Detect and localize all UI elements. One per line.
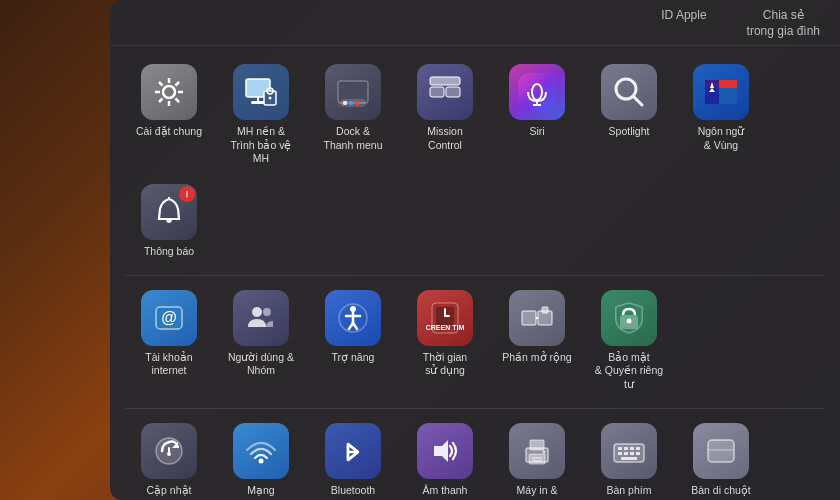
svg-rect-22 <box>430 77 460 85</box>
svg-rect-73 <box>618 447 622 450</box>
item-mission[interactable]: MissionControl <box>401 56 489 172</box>
notification-badge: ! <box>179 186 195 202</box>
svg-rect-82 <box>708 440 734 462</box>
svg-rect-79 <box>630 452 634 455</box>
update-icon <box>141 423 197 479</box>
section-3: Cập nhậtphần mềm Mạng <box>125 415 825 497</box>
svg-rect-21 <box>446 87 460 97</box>
security-label: Bảo mật& Quyền riêng tư <box>589 351 669 392</box>
accessibility-label: Trợ năng <box>332 351 375 365</box>
item-bluetooth[interactable]: Bluetooth <box>309 415 397 497</box>
siri-icon <box>509 64 565 120</box>
svg-line-8 <box>159 99 163 103</box>
internet-icon: @ <box>141 290 197 346</box>
svg-line-7 <box>176 82 180 86</box>
extensions-label: Phần mở rộng <box>502 351 571 365</box>
general-label: Cài đặt chung <box>136 125 202 139</box>
item-users[interactable]: Người dùng &Nhóm <box>217 282 305 398</box>
spotlight-icon <box>601 64 657 120</box>
keyboard-label: Bàn phím <box>607 484 652 497</box>
grid-2: @ Tài khoảninternet N <box>125 282 825 398</box>
svg-rect-18 <box>349 101 353 105</box>
item-notification[interactable]: ! Thông báo <box>125 176 213 265</box>
settings-content: Cài đặt chung MH nền &Trì <box>110 46 840 496</box>
svg-rect-81 <box>621 457 637 460</box>
svg-rect-75 <box>630 447 634 450</box>
language-label: Ngôn ngữ& Vùng <box>698 125 745 152</box>
display-lock-icon <box>233 64 289 120</box>
svg-line-28 <box>633 96 642 105</box>
divider-2 <box>125 408 825 409</box>
general-icon <box>141 64 197 120</box>
svg-rect-78 <box>624 452 628 455</box>
svg-rect-20 <box>430 87 444 97</box>
svg-point-60 <box>259 458 264 463</box>
security-icon <box>601 290 657 346</box>
network-label: Mạng <box>247 484 274 497</box>
divider-1 <box>125 275 825 276</box>
svg-text:SCREEN TIME: SCREEN TIME <box>426 324 464 331</box>
item-internet[interactable]: @ Tài khoảninternet <box>125 282 213 398</box>
siri-label: Siri <box>529 125 544 139</box>
sound-icon <box>417 423 473 479</box>
display-lock-label: MH nền &Trình bảo vệ MH <box>221 125 301 166</box>
item-keyboard[interactable]: Bàn phím <box>585 415 673 497</box>
item-sound[interactable]: Âm thanh <box>401 415 489 497</box>
item-security[interactable]: Bảo mật& Quyền riêng tư <box>585 282 673 398</box>
svg-rect-74 <box>624 447 628 450</box>
sound-label: Âm thanh <box>423 484 468 497</box>
dock-label: Dock &Thanh menu <box>324 125 383 152</box>
language-icon <box>693 64 749 120</box>
item-screentime[interactable]: SCREEN TIME Thời giansử dụng <box>401 282 489 398</box>
trackpad-label: Bàn di chuột <box>691 484 751 497</box>
accessibility-icon <box>325 290 381 346</box>
item-trackpad[interactable]: Bàn di chuột <box>677 415 765 497</box>
svg-line-6 <box>176 99 180 103</box>
item-printer[interactable]: Máy in &Máy quét <box>493 415 581 497</box>
grid-1: Cài đặt chung MH nền &Trì <box>125 56 825 265</box>
item-update[interactable]: Cập nhậtphần mềm <box>125 415 213 497</box>
internet-label: Tài khoảninternet <box>145 351 192 378</box>
notification-label: Thông báo <box>144 245 194 259</box>
item-siri[interactable]: Siri <box>493 56 581 172</box>
grid-3: Cập nhậtphần mềm Mạng <box>125 415 825 497</box>
svg-rect-68 <box>529 454 545 464</box>
svg-line-5 <box>159 82 163 86</box>
spotlight-label: Spotlight <box>609 125 650 139</box>
trackpad-icon <box>693 423 749 479</box>
screentime-label: Thời giansử dụng <box>423 351 467 378</box>
item-language[interactable]: Ngôn ngữ& Vùng <box>677 56 765 172</box>
svg-rect-19 <box>355 101 359 105</box>
users-label: Người dùng &Nhóm <box>228 351 294 378</box>
svg-rect-50 <box>522 311 536 325</box>
svg-marker-65 <box>434 440 448 462</box>
keyboard-icon <box>601 423 657 479</box>
bluetooth-label: Bluetooth <box>331 484 375 497</box>
item-general[interactable]: Cài đặt chung <box>125 56 213 172</box>
svg-rect-59 <box>168 447 170 453</box>
users-icon <box>233 290 289 346</box>
svg-point-0 <box>163 86 175 98</box>
printer-icon <box>509 423 565 479</box>
section-1: Cài đặt chung MH nền &Trì <box>125 56 825 265</box>
svg-point-38 <box>263 308 271 316</box>
apple-id-label: ID Apple <box>661 8 706 39</box>
top-bar: ID Apple Chia sẻtrong gia đình <box>110 0 840 46</box>
svg-text:@: @ <box>161 309 177 326</box>
svg-line-44 <box>353 323 357 329</box>
svg-point-71 <box>543 450 546 453</box>
settings-panel: ID Apple Chia sẻtrong gia đình Cài đặt c… <box>110 0 840 500</box>
item-display-lock[interactable]: MH nền &Trình bảo vệ MH <box>217 56 305 172</box>
item-extensions[interactable]: Phần mở rộng <box>493 282 581 398</box>
item-spotlight[interactable]: Spotlight <box>585 56 673 172</box>
item-network[interactable]: Mạng <box>217 415 305 497</box>
svg-rect-17 <box>343 101 347 105</box>
item-dock[interactable]: Dock &Thanh menu <box>309 56 397 172</box>
svg-point-14 <box>269 97 272 100</box>
printer-label: Máy in &Máy quét <box>515 484 558 497</box>
svg-point-37 <box>252 307 262 317</box>
item-accessibility[interactable]: Trợ năng <box>309 282 397 398</box>
bluetooth-icon <box>325 423 381 479</box>
extensions-icon <box>509 290 565 346</box>
notification-icon: ! <box>141 184 197 240</box>
